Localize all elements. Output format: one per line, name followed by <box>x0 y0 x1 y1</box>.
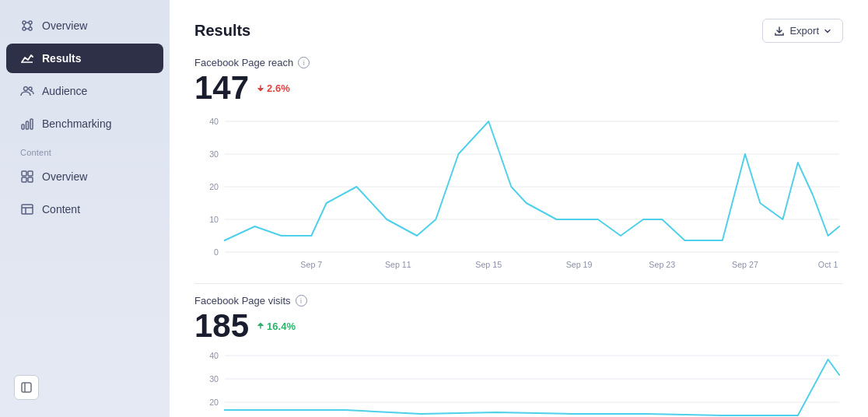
fb-visits-value: 185 <box>194 310 249 342</box>
benchmarking-icon <box>20 117 34 131</box>
table-icon <box>20 202 34 216</box>
svg-text:Sep 15: Sep 15 <box>475 260 502 269</box>
svg-text:Sep 23: Sep 23 <box>649 260 675 269</box>
sidebar-bottom <box>0 367 170 408</box>
down-arrow-icon <box>257 84 264 92</box>
svg-text:Oct 1: Oct 1 <box>818 260 838 269</box>
main-header: Results Export <box>194 19 843 43</box>
fb-visits-change: 16.4% <box>257 321 296 332</box>
overview-icon <box>20 19 34 33</box>
fb-visits-info-icon[interactable]: i <box>296 295 307 307</box>
main-content: Results Export Facebook Page reach i 147… <box>170 0 868 417</box>
fb-reach-section: Facebook Page reach i 147 2.6% 4 <box>194 57 843 269</box>
sidebar-item-benchmarking[interactable]: Benchmarking <box>6 109 163 138</box>
svg-text:40: 40 <box>209 352 219 360</box>
page-title: Results <box>194 22 250 40</box>
section-divider <box>194 283 843 284</box>
svg-point-10 <box>29 87 32 90</box>
svg-rect-16 <box>22 177 26 182</box>
svg-text:30: 30 <box>209 374 219 384</box>
up-arrow-icon <box>257 322 264 330</box>
sidebar-item-content-overview[interactable]: Overview <box>6 162 163 191</box>
fb-visits-section: Facebook Page visits i 185 16.4% 40 <box>194 295 843 417</box>
audience-icon <box>20 84 34 98</box>
svg-text:20: 20 <box>209 398 219 407</box>
export-label: Export <box>789 25 819 37</box>
fb-visits-label: Facebook Page visits i <box>194 295 843 307</box>
svg-text:Sep 19: Sep 19 <box>566 260 593 269</box>
results-icon <box>20 51 34 65</box>
sidebar-item-label: Benchmarking <box>42 117 112 130</box>
svg-point-0 <box>23 21 26 24</box>
svg-rect-14 <box>22 171 26 176</box>
svg-text:Sep 7: Sep 7 <box>300 260 322 269</box>
svg-point-2 <box>23 27 26 30</box>
svg-rect-17 <box>28 177 33 182</box>
fb-reach-chart: 40 30 20 10 0 Sep 7 Sep 11 Sep 15 Sep 19… <box>194 114 843 269</box>
sidebar-item-label: Overview <box>42 170 87 183</box>
svg-text:0: 0 <box>214 247 219 257</box>
sidebar-item-label: Results <box>42 52 82 65</box>
fb-reach-info-icon[interactable]: i <box>298 57 310 68</box>
svg-point-1 <box>29 21 32 24</box>
fb-visits-chart: 40 30 20 <box>194 352 843 417</box>
svg-text:10: 10 <box>209 215 219 224</box>
collapse-sidebar-button[interactable] <box>14 375 39 400</box>
svg-rect-13 <box>30 119 33 129</box>
svg-rect-15 <box>28 171 33 176</box>
svg-text:Sep 11: Sep 11 <box>385 260 411 269</box>
sidebar-item-label: Overview <box>42 19 87 32</box>
fb-reach-value: 147 <box>194 72 249 104</box>
sidebar: Overview Results Audience <box>0 0 170 417</box>
chevron-down-icon <box>824 27 831 35</box>
fb-reach-value-row: 147 2.6% <box>194 72 843 104</box>
svg-rect-18 <box>22 205 33 214</box>
sidebar-item-content[interactable]: Content <box>6 194 163 224</box>
fb-reach-change: 2.6% <box>257 82 290 94</box>
sidebar-item-overview[interactable]: Overview <box>6 11 163 40</box>
grid-icon <box>20 170 34 184</box>
sidebar-item-results[interactable]: Results <box>6 44 163 73</box>
svg-text:20: 20 <box>209 182 219 191</box>
svg-rect-21 <box>22 383 31 392</box>
svg-point-3 <box>29 27 32 30</box>
fb-reach-label: Facebook Page reach i <box>194 57 843 68</box>
svg-text:30: 30 <box>209 149 219 159</box>
sidebar-item-audience[interactable]: Audience <box>6 76 163 106</box>
svg-text:Sep 27: Sep 27 <box>732 260 758 269</box>
export-icon <box>774 26 785 37</box>
content-section-label: Content <box>0 140 170 160</box>
svg-point-9 <box>24 87 28 91</box>
sidebar-item-label: Audience <box>42 85 87 97</box>
svg-text:40: 40 <box>209 117 219 126</box>
export-button[interactable]: Export <box>762 19 843 43</box>
svg-rect-11 <box>22 124 24 129</box>
fb-visits-value-row: 185 16.4% <box>194 310 843 342</box>
svg-rect-12 <box>26 121 29 129</box>
sidebar-item-label: Content <box>42 203 80 216</box>
